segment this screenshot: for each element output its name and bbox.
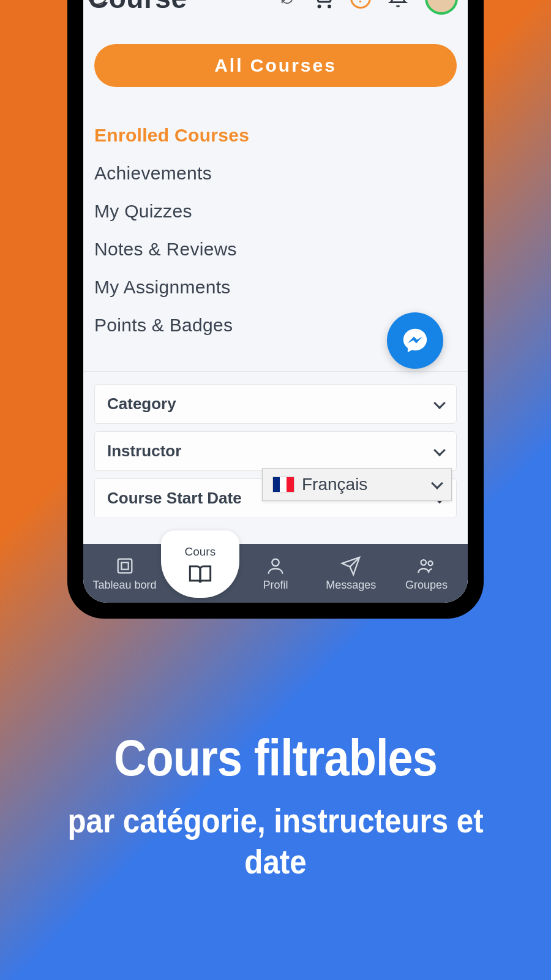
all-courses-button[interactable]: All Courses	[94, 44, 457, 87]
nav-profile[interactable]: Profil	[238, 556, 313, 592]
cart-icon[interactable]	[311, 0, 333, 9]
menu-item-my-assignments[interactable]: My Assignments	[94, 268, 457, 306]
help-icon[interactable]: ?	[350, 0, 371, 9]
promo-headline: Cours filtrables	[60, 728, 491, 788]
bell-icon[interactable]	[388, 0, 408, 9]
svg-point-4	[272, 559, 279, 565]
nav-groups[interactable]: Groupes	[389, 556, 464, 592]
nav-courses-label: Cours	[184, 545, 216, 559]
svg-point-1	[329, 6, 331, 7]
filter-start-date-label: Course Start Date	[107, 489, 242, 508]
phone-frame: Course ? All Courses Enrolled Courses Ac…	[67, 0, 484, 619]
nav-courses[interactable]: Cours	[161, 530, 239, 598]
bottom-nav: Tableau bord Cours Profil Messages Group…	[83, 544, 468, 603]
profile-icon	[265, 556, 286, 576]
filter-instructor[interactable]: Instructor	[94, 431, 457, 471]
refresh-icon[interactable]	[280, 0, 294, 5]
svg-point-6	[429, 561, 433, 565]
chevron-down-icon	[433, 397, 446, 409]
menu-item-my-quizzes[interactable]: My Quizzes	[94, 192, 457, 230]
filter-instructor-label: Instructor	[107, 442, 181, 461]
language-picker[interactable]: Français	[262, 468, 452, 501]
nav-messages-label: Messages	[326, 579, 376, 592]
send-icon	[340, 556, 361, 576]
filter-category[interactable]: Category	[94, 384, 457, 424]
nav-dashboard[interactable]: Tableau bord	[87, 556, 162, 592]
nav-profile-label: Profil	[263, 579, 288, 592]
chevron-down-icon	[431, 477, 443, 489]
svg-rect-2	[118, 559, 132, 573]
nav-courses-holder: Cours	[162, 544, 238, 603]
menu-item-achievements[interactable]: Achievements	[94, 154, 457, 192]
top-icons: ?	[280, 0, 458, 15]
messenger-icon	[401, 326, 429, 355]
language-label: Français	[302, 475, 367, 494]
flag-france-icon	[272, 477, 294, 492]
nav-messages[interactable]: Messages	[313, 556, 389, 592]
svg-point-5	[421, 560, 427, 565]
svg-point-0	[318, 6, 320, 7]
promo-subline: par catégorie, instructeurs et date	[60, 800, 491, 882]
avatar[interactable]	[425, 0, 458, 15]
nav-groups-label: Groupes	[405, 579, 448, 592]
chevron-down-icon	[433, 444, 446, 456]
menu-item-enrolled[interactable]: Enrolled Courses	[94, 116, 457, 154]
topbar: Course ?	[83, 0, 468, 15]
phone-screen: Course ? All Courses Enrolled Courses Ac…	[83, 0, 468, 603]
groups-icon	[416, 556, 437, 576]
nav-dashboard-label: Tableau bord	[93, 579, 157, 592]
menu-item-notes-reviews[interactable]: Notes & Reviews	[94, 230, 457, 268]
book-open-icon	[187, 562, 214, 587]
svg-rect-3	[121, 562, 128, 569]
messenger-fab[interactable]	[387, 312, 443, 369]
filter-category-label: Category	[107, 394, 176, 413]
dashboard-icon	[114, 556, 135, 576]
promo-text: Cours filtrables par catégorie, instruct…	[0, 728, 551, 882]
